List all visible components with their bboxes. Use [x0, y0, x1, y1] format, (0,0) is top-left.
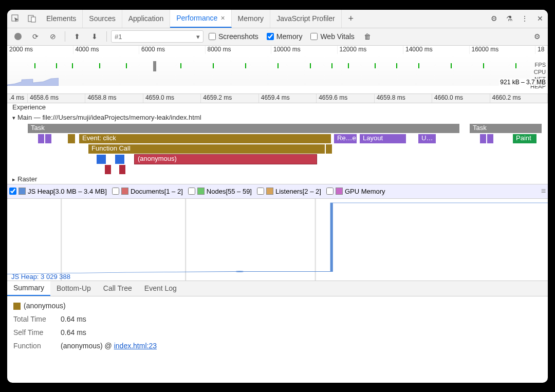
ruler-tick: 4659.8 ms	[375, 94, 432, 103]
perf-toolbar: ⟳ ⊘ ⬆ ⬇ #1▾ Screenshots Memory Web Vital…	[7, 28, 548, 46]
seg-anonymous[interactable]: (anonymous)	[135, 155, 317, 164]
summary-total-val: 0.64 ms	[61, 315, 86, 323]
ruler-tick: 4659.0 ms	[143, 94, 201, 103]
ruler-tick: 4660.0 ms	[432, 94, 490, 103]
tab-jsprofiler[interactable]: JavaScript Profiler	[270, 10, 342, 28]
svg-point-6	[235, 271, 244, 272]
summary-func-val: (anonymous) @	[61, 342, 114, 350]
seg-recalc-style[interactable]: Re…e	[334, 134, 357, 143]
summary-func-key: Function	[13, 342, 54, 350]
counters-legend: JS Heap[3.0 MB – 3.4 MB] Documents[1 – 2…	[7, 184, 548, 199]
row-main[interactable]: Main — file:///Users/muji/ideaProjects/m…	[12, 114, 201, 121]
heap-range-readout: 921 kB – 3.7 MB	[499, 79, 547, 86]
overview-tick: 18	[535, 46, 548, 54]
memory-checkbox[interactable]: Memory	[264, 32, 306, 41]
webvitals-checkbox[interactable]: Web Vitals	[307, 32, 357, 41]
summary-title: (anonymous)	[13, 302, 542, 310]
trash-icon[interactable]: 🗑	[360, 29, 375, 44]
overview-tick: 8000 ms	[206, 46, 272, 54]
summary-pane: (anonymous) Total Time0.64 ms Self Time0…	[7, 296, 548, 355]
experiments-icon[interactable]: ⚗	[502, 11, 517, 26]
counter-documents[interactable]: Documents[1 – 2]	[112, 188, 183, 195]
clear-button[interactable]: ⊘	[45, 29, 61, 44]
details-tabs: Summary Bottom-Up Call Tree Event Log	[7, 281, 548, 296]
reload-record-button[interactable]: ⟳	[28, 29, 43, 44]
counter-listeners[interactable]: Listeners[2 – 2]	[257, 188, 321, 195]
source-link[interactable]: index.html:23	[114, 342, 157, 350]
device-toggle-icon[interactable]	[24, 14, 40, 23]
seg-task2[interactable]: Task	[470, 124, 542, 133]
flame-chart[interactable]: Experience Main — file:///Users/muji/ide…	[7, 103, 548, 184]
heap-readout: JS Heap: 3 029 388	[11, 273, 70, 281]
close-icon[interactable]: ×	[220, 14, 225, 22]
tab-memory[interactable]: Memory	[232, 10, 271, 28]
load-profile-button[interactable]: ⬆	[69, 29, 85, 44]
devtools-tabstrip: Elements Sources Application Performance…	[7, 10, 548, 28]
summary-total-key: Total Time	[13, 315, 54, 323]
overview-tick: 14000 ms	[403, 46, 470, 54]
seg-red-b[interactable]	[119, 165, 125, 174]
counter-nodes[interactable]: Nodes[55 – 59]	[188, 188, 252, 195]
seg-purple-a[interactable]	[38, 134, 44, 143]
seg-purple-b[interactable]	[45, 134, 51, 143]
overview-timeline[interactable]: 2000 ms 4000 ms 6000 ms 8000 ms 10000 ms…	[7, 46, 548, 94]
seg-purple-c[interactable]	[480, 134, 486, 143]
dtab-calltree[interactable]: Call Tree	[97, 281, 138, 296]
screenshots-checkbox[interactable]: Screenshots	[206, 32, 262, 41]
ruler-tick: 4659.6 ms	[317, 94, 374, 103]
row-raster[interactable]: Raster	[12, 175, 37, 183]
dtab-summary[interactable]: Summary	[7, 281, 50, 296]
overview-tick: 12000 ms	[338, 46, 404, 54]
profile-select[interactable]: #1▾	[111, 30, 203, 43]
tab-elements[interactable]: Elements	[40, 10, 83, 28]
overview-tick: 16000 ms	[470, 46, 536, 54]
seg-olive-b[interactable]	[326, 144, 332, 154]
kebab-icon[interactable]: ⋮	[517, 11, 532, 26]
counters-menu-icon[interactable]: ≡	[541, 186, 546, 196]
seg-blue-b[interactable]	[115, 155, 124, 164]
seg-function-call[interactable]: Function Call	[88, 144, 325, 154]
overview-tick: 2000 ms	[7, 46, 73, 54]
add-tab-icon[interactable]: +	[342, 13, 360, 24]
ruler-tick: 4660.2 ms	[490, 94, 548, 103]
tab-application[interactable]: Application	[122, 10, 171, 28]
inspect-icon[interactable]	[7, 14, 24, 23]
svg-rect-2	[31, 17, 35, 22]
seg-blue-a[interactable]	[97, 155, 106, 164]
seg-paint[interactable]: Paint	[513, 134, 536, 143]
counter-gpu[interactable]: GPU Memory	[326, 188, 385, 195]
overview-tick: 4000 ms	[73, 46, 140, 54]
capture-settings-icon[interactable]: ⚙	[529, 29, 545, 44]
save-profile-button[interactable]: ⬇	[87, 29, 102, 44]
close-devtools-icon[interactable]: ✕	[532, 11, 548, 26]
gear-icon[interactable]: ⚙	[486, 11, 502, 26]
counter-jsheap[interactable]: JS Heap[3.0 MB – 3.4 MB]	[9, 188, 107, 195]
tab-sources[interactable]: Sources	[83, 10, 122, 28]
row-experience[interactable]: Experience	[12, 103, 46, 111]
seg-task[interactable]: Task	[28, 124, 459, 133]
heap-graph[interactable]: JS Heap: 3 029 388	[7, 199, 548, 281]
ruler-tick: .4 ms	[7, 94, 28, 103]
ruler-tick: 4659.2 ms	[201, 94, 258, 103]
ruler-tick: 4658.6 ms	[28, 94, 85, 103]
tab-performance[interactable]: Performance×	[170, 10, 231, 28]
detail-ruler[interactable]: .4 ms 4658.6 ms 4658.8 ms 4659.0 ms 4659…	[7, 94, 548, 103]
ruler-tick: 4659.4 ms	[259, 94, 317, 103]
overview-tick: 6000 ms	[139, 46, 206, 54]
record-button[interactable]	[10, 29, 26, 44]
seg-olive-a[interactable]	[68, 134, 75, 143]
seg-red-a[interactable]	[105, 165, 111, 174]
seg-purple-d[interactable]	[487, 134, 493, 143]
summary-self-key: Self Time	[13, 328, 54, 337]
overview-tick: 10000 ms	[271, 46, 338, 54]
dtab-eventlog[interactable]: Event Log	[138, 281, 183, 296]
ruler-tick: 4658.8 ms	[85, 94, 143, 103]
chevron-down-icon: ▾	[196, 33, 200, 41]
dtab-bottomup[interactable]: Bottom-Up	[50, 281, 97, 296]
seg-layout[interactable]: Layout	[360, 134, 406, 143]
color-swatch-icon	[13, 303, 21, 310]
seg-event-click[interactable]: Event: click	[79, 134, 331, 143]
summary-self-val: 0.64 ms	[61, 328, 86, 337]
seg-update[interactable]: U…	[418, 134, 436, 143]
